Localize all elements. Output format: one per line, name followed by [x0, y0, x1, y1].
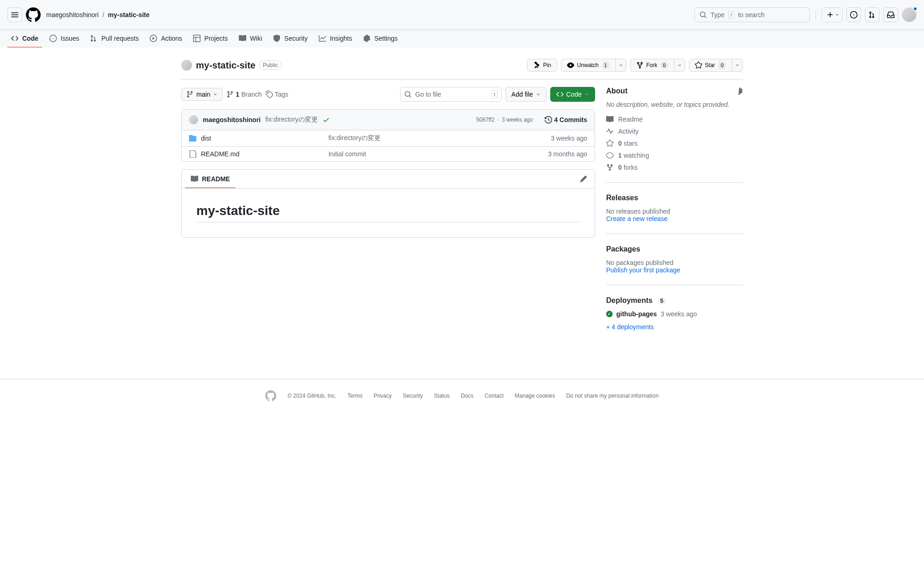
fork-dropdown[interactable]: [675, 59, 685, 72]
plus-icon: [827, 11, 834, 18]
book-icon: [606, 116, 614, 123]
stars-link[interactable]: 0 stars: [606, 140, 743, 147]
chevron-down-icon: [735, 63, 740, 68]
tab-insights[interactable]: Insights: [315, 30, 356, 48]
readme-link[interactable]: Readme: [606, 116, 743, 123]
branches-link[interactable]: 1 Branch: [226, 91, 261, 98]
file-name-link[interactable]: dist: [201, 135, 211, 142]
tab-issues[interactable]: Issues: [46, 30, 83, 48]
commit-author-link[interactable]: maegoshitoshinori: [203, 116, 261, 123]
watch-count: 1: [602, 61, 610, 69]
owner-link[interactable]: maegoshitoshinori: [46, 11, 99, 18]
inbox-icon: [887, 11, 894, 18]
file-row: distfix:directoryの変更3 weeks ago: [182, 130, 595, 147]
fork-count: 0: [660, 61, 669, 69]
branch-picker[interactable]: main: [181, 88, 223, 101]
tab-actions[interactable]: Actions: [146, 30, 186, 48]
code-download-button[interactable]: Code: [550, 87, 595, 102]
add-file-button[interactable]: Add file: [505, 87, 547, 102]
edit-readme-button[interactable]: [576, 172, 591, 186]
deployment-item[interactable]: github-pages 3 weeks ago: [606, 310, 743, 318]
github-logo[interactable]: [26, 7, 41, 22]
activity-link[interactable]: Activity: [606, 128, 743, 135]
breadcrumb-separator: /: [103, 11, 104, 18]
commit-message-link[interactable]: fix:directoryの変更: [265, 116, 318, 124]
table-icon: [193, 35, 201, 42]
star-dropdown[interactable]: [732, 59, 743, 72]
header-divider: [815, 10, 816, 19]
commits-count-link[interactable]: 4 Commits: [545, 116, 587, 123]
owner-avatar[interactable]: [181, 60, 192, 71]
repo-forked-icon: [606, 164, 614, 171]
about-header: About: [606, 87, 627, 95]
search-placeholder-suffix: to search: [738, 11, 765, 18]
repo-link[interactable]: my-static-site: [108, 11, 150, 18]
footer-link[interactable]: Manage cookies: [515, 393, 555, 399]
publish-package-link[interactable]: Publish your first package: [606, 266, 680, 274]
tab-projects[interactable]: Projects: [189, 30, 231, 48]
tab-settings[interactable]: Settings: [359, 30, 401, 48]
check-icon[interactable]: [322, 116, 330, 123]
deployments-header[interactable]: Deployments: [606, 296, 652, 304]
footer-link[interactable]: Status: [434, 393, 450, 399]
file-icon: [189, 150, 196, 158]
releases-none: No releases published: [606, 208, 743, 215]
pin-icon: [533, 61, 541, 69]
user-avatar[interactable]: [902, 7, 917, 22]
repo-name[interactable]: my-static-site: [196, 60, 255, 71]
file-row: README.mdInitial commit3 months ago: [182, 147, 595, 161]
eye-icon: [567, 61, 574, 69]
play-icon: [150, 35, 157, 42]
go-to-file-input[interactable]: Go to file t: [400, 87, 502, 102]
tab-security[interactable]: Security: [269, 30, 311, 48]
search-icon: [404, 91, 412, 98]
tab-wiki[interactable]: Wiki: [235, 30, 266, 48]
tab-code[interactable]: Code: [7, 30, 42, 48]
hamburger-menu[interactable]: [7, 7, 22, 22]
footer-link[interactable]: Privacy: [374, 393, 392, 399]
file-toolbar: main 1 Branch Tags Go t: [181, 87, 595, 102]
file-name-link[interactable]: README.md: [201, 150, 239, 158]
star-icon: [695, 61, 702, 69]
chevron-down-icon: [536, 92, 541, 97]
tags-link[interactable]: Tags: [266, 91, 289, 98]
notifications-button[interactable]: [883, 7, 898, 22]
unwatch-button[interactable]: Unwatch 1: [561, 59, 616, 72]
footer-link[interactable]: Docs: [461, 393, 473, 399]
github-mark-icon[interactable]: [265, 390, 276, 401]
tab-pulls[interactable]: Pull requests: [86, 30, 142, 48]
deployments-count: 5: [657, 298, 666, 304]
search-hotkey: /: [728, 11, 734, 19]
pull-requests-button[interactable]: [865, 7, 880, 22]
watch-dropdown[interactable]: [616, 59, 626, 72]
forks-link[interactable]: 0 forks: [606, 164, 743, 171]
commit-author-avatar[interactable]: [189, 115, 198, 124]
file-commit-msg-link[interactable]: Initial commit: [328, 150, 366, 158]
footer-link[interactable]: Contact: [485, 393, 504, 399]
footer-link[interactable]: Terms: [347, 393, 363, 399]
repo-nav: Code Issues Pull requests Actions Projec…: [0, 30, 924, 48]
git-pull-request-icon: [90, 35, 97, 42]
about-settings-button[interactable]: [736, 87, 743, 95]
footer: © 2024 GitHub, Inc. TermsPrivacySecurity…: [0, 379, 924, 412]
star-count: 0: [718, 61, 726, 69]
star-button[interactable]: Star 0: [689, 59, 732, 72]
pin-button[interactable]: Pin: [527, 59, 557, 72]
more-deployments-link[interactable]: + 4 deployments: [606, 323, 654, 331]
git-branch-icon: [186, 91, 194, 98]
fork-button[interactable]: Fork 0: [630, 59, 675, 72]
file-date: 3 months ago: [548, 150, 587, 158]
commit-time-link[interactable]: 3 weeks ago: [502, 117, 533, 123]
create-new-dropdown[interactable]: [821, 7, 843, 22]
readme-tab[interactable]: README: [185, 170, 236, 188]
packages-header[interactable]: Packages: [606, 245, 640, 253]
commit-sha-link[interactable]: 5087ff2: [476, 117, 495, 123]
file-commit-msg-link[interactable]: fix:directoryの変更: [328, 134, 381, 141]
create-release-link[interactable]: Create a new release: [606, 215, 668, 222]
watching-link[interactable]: 1 watching: [606, 152, 743, 159]
footer-link[interactable]: Do not share my personal information: [566, 393, 658, 399]
releases-header[interactable]: Releases: [606, 194, 638, 202]
issues-button[interactable]: [846, 7, 861, 22]
footer-link[interactable]: Security: [403, 393, 423, 399]
search-input[interactable]: Type / to search: [694, 7, 810, 22]
